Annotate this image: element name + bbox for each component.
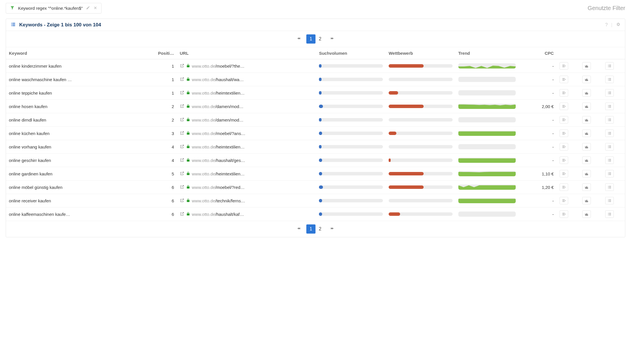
action-list[interactable] (602, 100, 625, 113)
chart-icon[interactable] (582, 170, 591, 177)
list-action-icon[interactable] (605, 76, 614, 83)
col-trend[interactable]: Trend (455, 47, 519, 59)
url-cell[interactable]: www.otto.de/haushalt/wa… (177, 73, 316, 86)
chart-icon[interactable] (582, 156, 591, 164)
chart-icon[interactable] (582, 116, 591, 124)
external-link-icon[interactable] (180, 117, 184, 123)
action-details[interactable] (557, 100, 579, 113)
external-link-icon[interactable] (180, 171, 184, 177)
action-details[interactable] (557, 208, 579, 221)
keyword-cell[interactable]: online kaffeemaschinen kaufe… (6, 208, 139, 221)
action-details[interactable] (557, 154, 579, 167)
external-link-icon[interactable] (180, 131, 184, 136)
keyword-cell[interactable]: online kinderzimmer kaufen (6, 59, 139, 73)
external-link-icon[interactable] (180, 144, 184, 150)
details-icon[interactable] (560, 156, 568, 164)
chart-icon[interactable] (582, 210, 591, 218)
url-cell[interactable]: www.otto.de/haushalt/ges… (177, 154, 316, 167)
chart-icon[interactable] (582, 76, 591, 83)
col-volume[interactable]: Suchvolumen (316, 47, 386, 59)
keyword-cell[interactable]: online möbel günstig kaufen (6, 181, 139, 194)
pencil-icon[interactable] (86, 6, 90, 11)
action-chart[interactable] (579, 167, 602, 181)
action-list[interactable] (602, 194, 625, 208)
list-action-icon[interactable] (605, 62, 614, 70)
list-action-icon[interactable] (605, 103, 614, 110)
list-action-icon[interactable] (605, 143, 614, 150)
action-list[interactable] (602, 73, 625, 86)
details-icon[interactable] (560, 143, 568, 150)
action-list[interactable] (602, 113, 625, 127)
page-2[interactable]: 2 (316, 34, 325, 44)
chart-icon[interactable] (582, 89, 591, 97)
details-icon[interactable] (560, 183, 568, 191)
page-2[interactable]: 2 (316, 224, 325, 234)
url-cell[interactable]: www.otto.de/heimtextilien… (177, 167, 316, 181)
keyword-cell[interactable]: online geschirr kaufen (6, 154, 139, 167)
url-cell[interactable]: www.otto.de/moebel/?the… (177, 59, 316, 73)
url-cell[interactable]: www.otto.de/damen/mod… (177, 113, 316, 127)
close-icon[interactable] (94, 6, 97, 11)
page-1[interactable]: 1 (306, 224, 316, 234)
details-icon[interactable] (560, 103, 568, 110)
keyword-cell[interactable]: online hosen kaufen (6, 100, 139, 113)
external-link-icon[interactable] (180, 185, 184, 190)
used-filters-link[interactable]: Genutzte Filter (588, 5, 625, 11)
chart-icon[interactable] (582, 143, 591, 150)
url-cell[interactable]: www.otto.de/heimtextilien… (177, 140, 316, 154)
page-last-icon[interactable] (330, 36, 334, 42)
action-chart[interactable] (579, 127, 602, 140)
chart-icon[interactable] (582, 183, 591, 191)
action-chart[interactable] (579, 208, 602, 221)
page-last-icon[interactable] (330, 226, 334, 232)
list-action-icon[interactable] (605, 89, 614, 97)
list-action-icon[interactable] (605, 116, 614, 124)
details-icon[interactable] (560, 170, 568, 177)
details-icon[interactable] (560, 116, 568, 124)
action-details[interactable] (557, 59, 579, 73)
keyword-cell[interactable]: online teppiche kaufen (6, 86, 139, 100)
action-details[interactable] (557, 181, 579, 194)
list-action-icon[interactable] (605, 210, 614, 218)
action-details[interactable] (557, 167, 579, 181)
action-chart[interactable] (579, 113, 602, 127)
action-list[interactable] (602, 167, 625, 181)
keyword-cell[interactable]: online dirndl kaufen (6, 113, 139, 127)
action-list[interactable] (602, 59, 625, 73)
action-chart[interactable] (579, 100, 602, 113)
action-list[interactable] (602, 86, 625, 100)
col-competition[interactable]: Wettbewerb (386, 47, 455, 59)
action-chart[interactable] (579, 59, 602, 73)
keyword-cell[interactable]: online vorhang kaufen (6, 140, 139, 154)
url-cell[interactable]: www.otto.de/haushalt/kaf… (177, 208, 316, 221)
chart-icon[interactable] (582, 103, 591, 110)
page-first-icon[interactable] (297, 36, 301, 42)
action-list[interactable] (602, 127, 625, 140)
external-link-icon[interactable] (180, 63, 184, 69)
url-cell[interactable]: www.otto.de/technik/ferns… (177, 194, 316, 208)
action-list[interactable] (602, 140, 625, 154)
external-link-icon[interactable] (180, 158, 184, 163)
action-chart[interactable] (579, 154, 602, 167)
url-cell[interactable]: www.otto.de/moebel/?red… (177, 181, 316, 194)
action-chart[interactable] (579, 194, 602, 208)
chart-icon[interactable] (582, 197, 591, 204)
chart-icon[interactable] (582, 130, 591, 137)
gear-icon[interactable] (616, 22, 620, 28)
details-icon[interactable] (560, 89, 568, 97)
action-chart[interactable] (579, 86, 602, 100)
external-link-icon[interactable] (180, 198, 184, 203)
external-link-icon[interactable] (180, 212, 184, 217)
page-1[interactable]: 1 (306, 34, 316, 44)
list-action-icon[interactable] (605, 156, 614, 164)
keyword-cell[interactable]: online küchen kaufen (6, 127, 139, 140)
action-details[interactable] (557, 194, 579, 208)
url-cell[interactable]: www.otto.de/damen/mod… (177, 100, 316, 113)
action-list[interactable] (602, 181, 625, 194)
action-chart[interactable] (579, 73, 602, 86)
help-icon[interactable]: ? (605, 22, 608, 28)
keyword-cell[interactable]: online gardinen kaufen (6, 167, 139, 181)
filter-chip[interactable]: Keyword regex "^online.*kaufen$" (6, 3, 102, 13)
details-icon[interactable] (560, 210, 568, 218)
external-link-icon[interactable] (180, 77, 184, 82)
